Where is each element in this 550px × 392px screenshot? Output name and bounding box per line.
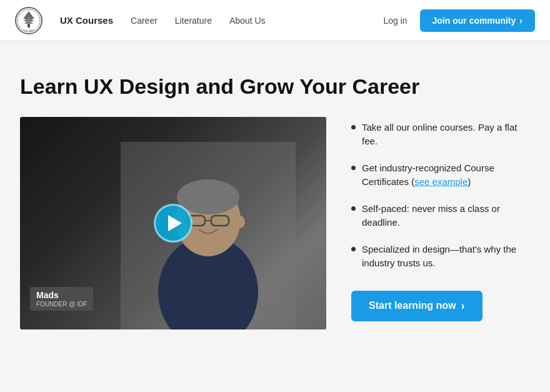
video-player[interactable]: Mads FOUNDER @ IDF: [20, 117, 326, 329]
list-item: Get industry-recognized Course Certifica…: [351, 161, 530, 189]
bullet-icon: [351, 125, 356, 129]
main-content: Learn UX Design and Grow Your Career: [0, 41, 550, 367]
main-nav: UX Courses Career Literature About Us: [60, 15, 266, 26]
start-learning-button[interactable]: Start learning now ›: [351, 291, 482, 321]
logo[interactable]: Est. 2002: [15, 7, 42, 34]
list-item: Specialized in design—that's why the ind…: [351, 243, 530, 271]
site-header: Est. 2002 UX Courses Career Literature A…: [0, 0, 550, 41]
feature-text-1: Take all our online courses. Pay a flat …: [362, 121, 530, 149]
svg-text:Est. 2002: Est. 2002: [24, 29, 35, 32]
chevron-right-icon: ›: [461, 299, 465, 313]
feature-text-3: Self-paced: never miss a class or deadli…: [362, 202, 530, 230]
feature-text-4: Specialized in design—that's why the ind…: [362, 243, 530, 271]
video-name-tag: Mads FOUNDER @ IDF: [30, 287, 93, 311]
chevron-right-icon: ›: [519, 16, 522, 26]
list-item: Self-paced: never miss a class or deadli…: [351, 202, 530, 230]
nav-career[interactable]: Career: [131, 16, 158, 26]
list-item: Take all our online courses. Pay a flat …: [351, 121, 530, 149]
bullet-icon: [351, 247, 356, 251]
person-name: Mads: [36, 290, 87, 300]
nav-about-us[interactable]: About Us: [229, 16, 266, 26]
bullet-icon: [351, 206, 356, 211]
header-actions: Log in Join our community ›: [383, 9, 535, 32]
features-list: Take all our online courses. Pay a flat …: [351, 121, 530, 271]
play-icon: [168, 215, 182, 231]
logo-icon: Est. 2002: [15, 7, 42, 34]
login-link[interactable]: Log in: [383, 16, 407, 26]
play-button[interactable]: [154, 204, 192, 243]
person-title: FOUNDER @ IDF: [36, 301, 87, 308]
hero-content: Mads FOUNDER @ IDF Take all our online c…: [20, 117, 530, 329]
see-example-link[interactable]: see example: [414, 176, 468, 187]
feature-text-2: Get industry-recognized Course Certifica…: [362, 161, 530, 189]
nav-brand[interactable]: UX Courses: [60, 15, 113, 26]
nav-literature[interactable]: Literature: [175, 16, 212, 26]
bullet-icon: [351, 166, 356, 170]
hero-title: Learn UX Design and Grow Your Career: [20, 74, 530, 99]
hero-features: Take all our online courses. Pay a flat …: [351, 117, 530, 321]
join-button[interactable]: Join our community ›: [420, 9, 535, 32]
